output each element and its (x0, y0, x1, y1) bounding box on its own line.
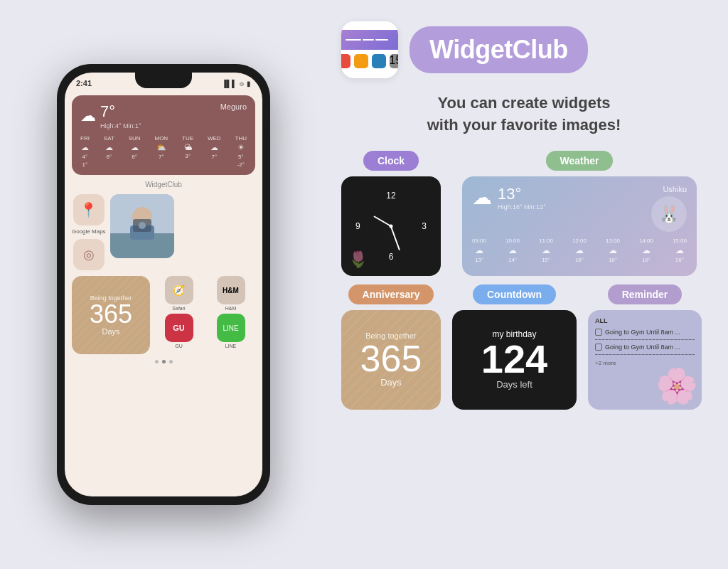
category-row-2: Anniversary Being together 365 Days Coun… (341, 284, 707, 410)
clock-6: 6 (389, 252, 394, 262)
reminder-all-label: ALL (595, 317, 695, 324)
weather-preview-top: ☁ 13° High:16° Min:12° Ushiku 🐰 (472, 185, 687, 232)
hour-time: 10:00 (505, 238, 520, 244)
anniv-preview-number: 365 (360, 340, 422, 377)
day-label: THU (235, 135, 247, 142)
clock-center (390, 224, 393, 228)
status-time: 2:41 (76, 79, 92, 87)
day-high: 5° (238, 154, 244, 160)
day-label: TUE (182, 135, 193, 142)
weather-location: Meguro (220, 102, 247, 111)
gu-app: GU GU (154, 314, 203, 349)
day-label: SAT (104, 135, 114, 142)
reminder-preview: 🌸 ALL Going to Gym Until 8am ... Going t… (588, 310, 702, 410)
dot-red (341, 54, 350, 68)
tagline-line2: with your favorite images! (427, 116, 621, 134)
dot-2 (162, 360, 166, 363)
day-high: 4° (82, 154, 88, 160)
weather-preview: ☁ 13° High:16° Min:12° Ushiku 🐰 09:00 (462, 176, 697, 276)
reminder-divider-2 (595, 354, 695, 355)
clock-preview: 🌷 12 3 6 9 (341, 176, 441, 276)
clock-label: Clock (378, 155, 405, 166)
brand-name: WidgetClub (429, 35, 568, 65)
countdown-sub: Days left (496, 379, 532, 390)
app-icon-dots: 15 (341, 53, 398, 70)
clock-face: 12 3 6 9 (355, 191, 427, 262)
page-dots (72, 360, 255, 363)
hour-time: 14:00 (639, 238, 653, 244)
hour-time: 15:00 (673, 238, 687, 244)
wp-hour-1000: 10:00 ☁ 14° (505, 238, 520, 263)
hm-icon: H&M (217, 276, 245, 304)
right-panel: 15 WidgetClub You can create widgets wit… (327, 0, 728, 569)
safari-app: 🧭 Safari (154, 276, 203, 311)
phone-mockup: 2:41 ▐▌▌ ⌾ ▮ ☁ 7° High:4° Min:1° (0, 0, 327, 569)
anniv-number: 365 (90, 302, 132, 327)
anniversary-badge: Anniversary (348, 284, 434, 304)
photo-placeholder (110, 194, 174, 258)
wifi-icon: ⌾ (240, 80, 244, 87)
app-header: 15 WidgetClub (341, 21, 707, 78)
phone-frame: 2:41 ▐▌▌ ⌾ ▮ ☁ 7° High:4° Min:1° (57, 64, 270, 505)
wp-hour-1300: 13:00 ☁ 16° (606, 238, 620, 263)
clock-category: Clock 🌷 12 3 6 9 (341, 151, 441, 276)
hour-temp: 16° (575, 257, 584, 263)
gu-label: GU (175, 344, 183, 349)
menu-line-2 (363, 39, 374, 41)
hm-app: H&M H&M (206, 276, 255, 311)
day-icon: ☁ (131, 143, 139, 152)
weather-day-wed: WED ☁ 7° (208, 135, 221, 168)
hour-icon: ☁ (675, 245, 684, 255)
day-high: 8° (132, 154, 137, 160)
anniversary-preview: Being together 365 Days (341, 310, 441, 410)
weather-hours: 09:00 ☁ 13° 10:00 ☁ 14° 11:00 ☁ 15° (472, 238, 687, 263)
day-label: FRI (80, 135, 90, 142)
menu-line-3 (375, 39, 388, 41)
weather-day-mon: MON ⛅ 7° (154, 135, 168, 168)
clock-badge: Clock (363, 151, 419, 171)
weather-temp: 7° (100, 102, 141, 121)
day-label: SUN (129, 135, 141, 142)
wp-hour-1100: 11:00 ☁ 15° (539, 238, 553, 263)
weather-days: FRI ☁ 4° 1° SAT ☁ 6° SUN ☁ (80, 135, 247, 168)
menu-line-1 (346, 39, 361, 41)
minute-hand (390, 225, 400, 250)
checkbox-1 (595, 329, 602, 336)
hour-icon: ☁ (642, 245, 651, 255)
hour-icon: ☁ (508, 245, 517, 255)
weather-preview-location: Ushiku (663, 185, 687, 193)
line-app: LINE LINE (206, 314, 255, 349)
countdown-number: 124 (481, 339, 547, 379)
hour-temp: 14° (508, 257, 517, 263)
dot-orange (354, 54, 368, 68)
weather-highlow: High:4° Min:1° (100, 122, 141, 129)
phone-screen: 2:41 ▐▌▌ ⌾ ▮ ☁ 7° High:4° Min:1° (65, 73, 262, 496)
reminder-badge: Reminder (608, 284, 682, 304)
hour-icon: ☁ (575, 245, 584, 255)
day-icon: 🌥 (184, 143, 192, 151)
widget-club-phone-label: WidgetClub (72, 181, 255, 188)
hour-time: 12:00 (572, 238, 587, 244)
day-high: 6° (106, 154, 112, 160)
maps-icon-item: 📍 Google Maps (72, 194, 106, 235)
brand-pill: WidgetClub (410, 26, 588, 73)
weather-day-tue: TUE 🌥 3° (182, 135, 193, 168)
checkbox-2 (595, 344, 602, 351)
dot-15: 15 (390, 54, 399, 68)
anniversary-category: Anniversary Being together 365 Days (341, 284, 441, 410)
hm-label: H&M (225, 306, 237, 311)
app-icons-row2: Being together 365 Days 🧭 Safari H&M H&M (72, 276, 255, 354)
reminder-label: Reminder (622, 289, 668, 300)
hour-icon: ☁ (609, 245, 617, 255)
wp-hour-1200: 12:00 ☁ 16° (572, 238, 587, 263)
photo-widget (110, 194, 174, 258)
wp-hour-1400: 14:00 ☁ 16° (639, 238, 653, 263)
reminder-item-2: Going to Gym Until 8am ... (595, 344, 695, 351)
small-app-grid: 🧭 Safari H&M H&M GU GU LINE (154, 276, 255, 349)
battery-icon: ▮ (247, 80, 251, 87)
weather-day-sat: SAT ☁ 6° (104, 135, 114, 168)
hour-time: 09:00 (472, 238, 486, 244)
hour-icon: ☁ (475, 245, 483, 255)
day-high: 3° (185, 153, 191, 159)
line-label: LINE (225, 344, 237, 349)
